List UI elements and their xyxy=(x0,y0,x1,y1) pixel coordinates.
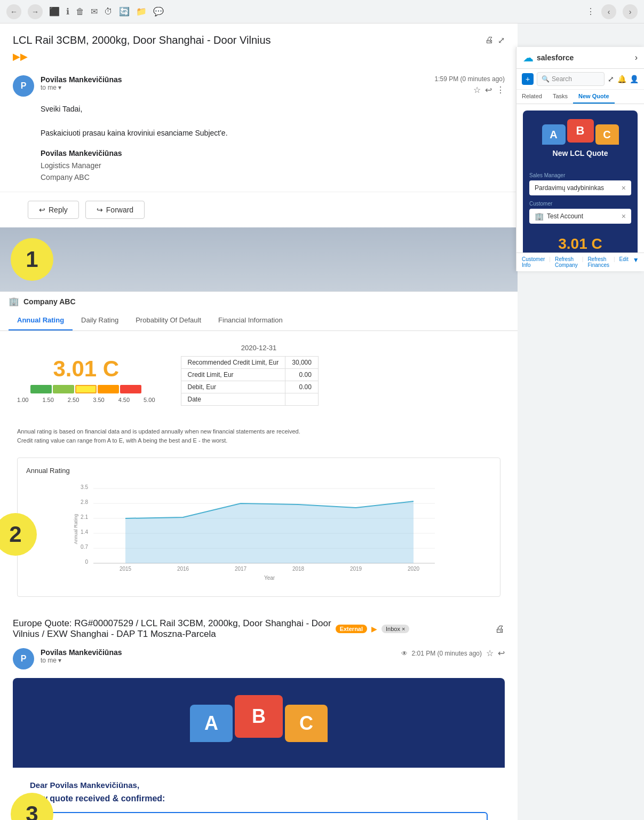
abc-content: Dear Povilas Mankevičiūnas, New quote re… xyxy=(13,768,505,820)
svg-text:Annual Rating: Annual Rating xyxy=(73,514,78,545)
company-name: Company ABC xyxy=(23,297,76,306)
email-time: 1:59 PM (0 minutes ago) xyxy=(435,75,505,83)
svg-text:1.4: 1.4 xyxy=(81,529,88,535)
tab-daily-rating[interactable]: Daily Rating xyxy=(73,311,127,330)
rating-tabs: Annual Rating Daily Rating Probability O… xyxy=(0,311,518,331)
next-nav-button[interactable]: › xyxy=(623,4,638,19)
timer-icon[interactable]: ⏱ xyxy=(104,7,113,17)
svg-text:3.5: 3.5 xyxy=(81,484,88,490)
scale-1: 1.00 xyxy=(17,397,28,403)
email-background-image: 1 xyxy=(0,227,518,291)
sf-search-icon: 🔍 xyxy=(542,75,550,83)
chat-icon[interactable]: 💬 xyxy=(153,6,164,17)
body-text: Paskaiciuoti prasau kaina kroviniui esan… xyxy=(41,127,505,139)
abc-logos: A B C xyxy=(30,695,488,742)
more-actions-icon[interactable]: ⋮ xyxy=(496,85,505,95)
email2-time: 2:01 PM (0 minutes ago) xyxy=(412,650,482,657)
segment-a xyxy=(30,385,52,393)
sf-refresh-company-link[interactable]: Refresh Company xyxy=(555,256,578,268)
credit-limit-rec-value: 30,000 xyxy=(285,357,319,369)
sig-name: Povilas Mankevičiūnas xyxy=(41,147,505,159)
sf-customer-field[interactable]: 🏢 Test Account × xyxy=(529,209,631,224)
sf-add-button[interactable]: + xyxy=(522,73,534,85)
mail-icon[interactable]: ✉ xyxy=(91,6,98,17)
email-signature: Povilas Mankevičiūnas Logistics Manager … xyxy=(41,147,505,183)
folder-icon[interactable]: 📁 xyxy=(136,6,147,17)
info-icon[interactable]: ℹ xyxy=(66,6,69,17)
sig-title: Logistics Manager xyxy=(41,160,505,171)
reply-label: Reply xyxy=(49,206,68,214)
email-to[interactable]: to me ▾ xyxy=(41,84,428,91)
delete-icon[interactable]: 🗑 xyxy=(76,7,84,17)
svg-text:2020: 2020 xyxy=(408,566,420,572)
rating-info-line1: Annual rating is based on financial data… xyxy=(17,427,500,436)
salesforce-panel: ☁ salesforce › + 🔍 Search ⤢ 🔔 👤 Related … xyxy=(516,47,644,271)
sf-bubble-c: C xyxy=(595,124,619,145)
sf-rating-value: 3.01 C xyxy=(536,235,625,253)
print-icon-email2[interactable]: 🖨 xyxy=(495,624,505,635)
abc-dear: Dear Povilas Mankevičiūnas, xyxy=(30,780,488,790)
sf-customer-value: Test Account xyxy=(547,212,583,220)
abc-email-body: A B C Dear Povilas Mankevičiūnas, New qu… xyxy=(13,678,505,820)
reply-icon[interactable]: ↩ xyxy=(485,85,492,95)
svg-text:2017: 2017 xyxy=(235,566,247,572)
sf-chevron-icon[interactable]: › xyxy=(635,53,638,62)
sf-tab-tasks[interactable]: Tasks xyxy=(547,90,573,104)
sender2-name: Povilas Mankevičiūnas xyxy=(41,648,395,657)
tab-probability-default[interactable]: Probability Of Default xyxy=(127,311,210,330)
sf-sales-manager-value: Pardavimų vadybininkas xyxy=(535,184,604,192)
scale-3: 2.50 xyxy=(68,397,79,403)
tab-annual-rating[interactable]: Annual Rating xyxy=(9,311,73,330)
sf-external-link-icon[interactable]: ⤢ xyxy=(608,75,614,83)
sf-bell-icon[interactable]: 🔔 xyxy=(617,75,626,83)
sf-tab-related[interactable]: Related xyxy=(516,90,547,104)
email-subject: LCL Rail 3CBM, 2000kg, Door Shanghai - D… xyxy=(0,23,518,51)
email2-to[interactable]: to me ▾ xyxy=(41,657,395,664)
forward-label: Forward xyxy=(106,206,133,214)
rating-scale-labels: 1.00 1.50 2.50 3.50 4.50 5.00 xyxy=(17,397,155,403)
rating-info-line2: Credit rating value can range from A to … xyxy=(17,436,500,445)
svg-text:2019: 2019 xyxy=(350,566,362,572)
email2-star-icon[interactable]: ☆ xyxy=(486,648,494,658)
sf-sales-manager-clear[interactable]: × xyxy=(622,184,626,192)
sync-icon[interactable]: 🔄 xyxy=(119,6,130,17)
sf-name: salesforce xyxy=(537,53,574,62)
sf-footer: Customer Info | Refresh Company | Refres… xyxy=(516,253,644,271)
sf-edit-link[interactable]: Edit xyxy=(619,256,629,268)
credit-limit-value: 0.00 xyxy=(285,369,319,381)
external-link-icon[interactable]: ⤢ xyxy=(498,35,505,45)
sf-customer-clear[interactable]: × xyxy=(622,212,626,220)
print-icon[interactable]: 🖨 xyxy=(485,35,494,45)
sf-logo: ☁ salesforce xyxy=(523,51,574,64)
credit-table: Recommended Credit Limit, Eur 30,000 Cre… xyxy=(181,356,319,406)
subject2-text: Europe Quote: RG#00007529 / LCL Rail 3CB… xyxy=(13,618,331,640)
star-icon[interactable]: ☆ xyxy=(473,85,481,95)
segment-c xyxy=(75,385,97,393)
sf-toolbar: + 🔍 Search ⤢ 🔔 👤 xyxy=(516,69,644,90)
chart-svg: 3.5 2.8 2.1 1.4 0.7 0 Annual Rating xyxy=(26,481,491,588)
reply-button[interactable]: ↩ Reply xyxy=(28,201,79,219)
sf-customer-info-link[interactable]: Customer Info xyxy=(522,256,545,268)
email2-reply-icon[interactable]: ↩ xyxy=(498,648,505,658)
forward-button[interactable]: → xyxy=(28,4,43,19)
sender-avatar: P xyxy=(13,75,34,97)
svg-text:2.1: 2.1 xyxy=(81,514,88,520)
abc-header: A B C xyxy=(13,678,505,768)
sf-refresh-finances-link[interactable]: Refresh Finances xyxy=(587,256,609,268)
more-icon[interactable]: ⋮ xyxy=(586,6,595,17)
email2-meta: Povilas Mankevičiūnas to me ▾ xyxy=(41,648,395,664)
refresh-icon[interactable]: ⬛ xyxy=(49,6,60,17)
sf-user-icon[interactable]: 👤 xyxy=(630,75,639,83)
body-greeting: Sveiki Tadai, xyxy=(41,103,505,115)
company-logo-icon: 🏢 xyxy=(9,296,19,306)
back-button[interactable]: ← xyxy=(6,4,21,19)
forward-button-email[interactable]: ↪ Forward xyxy=(85,201,145,219)
sf-search-bar[interactable]: 🔍 Search xyxy=(537,72,605,86)
sf-collapse-icon[interactable]: ▼ xyxy=(633,256,639,268)
rating-bar xyxy=(30,385,141,393)
sf-tab-new-quote[interactable]: New Quote xyxy=(573,90,614,104)
tab-financial-info[interactable]: Financial Information xyxy=(210,311,291,330)
prev-nav-button[interactable]: ‹ xyxy=(601,4,616,19)
abc-confirmed: New quote received & confirmed: xyxy=(30,794,488,803)
sf-sales-manager-field[interactable]: Pardavimų vadybininkas × xyxy=(529,180,631,195)
